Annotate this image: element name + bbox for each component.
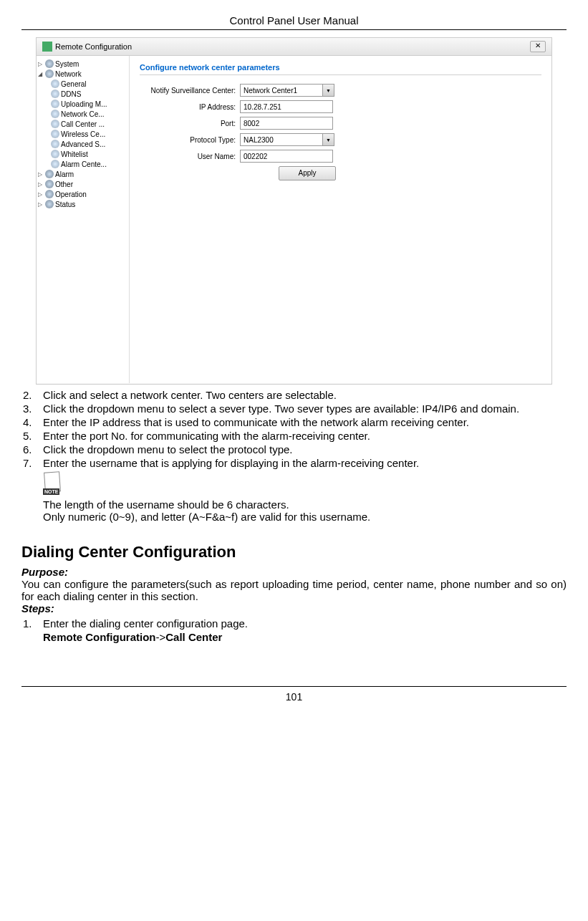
tree-label: Network: [55, 70, 82, 78]
tree-child-whitelist[interactable]: Whitelist: [51, 149, 127, 159]
close-button[interactable]: ✕: [530, 41, 546, 52]
tree-child-callcenter[interactable]: Call Center ...: [51, 119, 127, 129]
globe-icon: [45, 69, 54, 78]
tree-label: Other: [55, 180, 73, 188]
port-input[interactable]: [240, 117, 333, 130]
tree-node-status[interactable]: ▷ Status: [38, 199, 127, 209]
globe-icon: [45, 200, 54, 208]
tree-arrow-icon: ▷: [38, 61, 44, 67]
form-row-ip: IP Address:: [140, 100, 541, 113]
globe-icon: [45, 180, 54, 188]
tree-label: Alarm: [55, 170, 74, 178]
note-icon: NOTE: [43, 472, 69, 495]
app-window: Remote Configuration ✕ ▷ System ◢ Networ…: [36, 37, 552, 385]
nav-separator: ->: [156, 631, 166, 643]
step-number: 4.: [21, 416, 43, 428]
tree-node-alarm[interactable]: ▷ Alarm: [38, 169, 127, 179]
node-icon: [51, 120, 59, 128]
globe-icon: [45, 190, 54, 198]
tree-arrow-icon: ▷: [38, 191, 44, 198]
tree-node-other[interactable]: ▷ Other: [38, 179, 127, 189]
section2-step-1: 1. Enter the dialing center configuratio…: [21, 617, 567, 630]
tree-child-label: General: [61, 80, 87, 88]
globe-icon: [45, 59, 54, 68]
tree-child-advanced[interactable]: Advanced S...: [51, 139, 127, 149]
nav-target: Call Center: [165, 631, 222, 643]
node-icon: [51, 150, 59, 158]
chevron-down-icon: ▼: [322, 134, 334, 145]
step-number: 5.: [21, 430, 43, 442]
tree-node-operation[interactable]: ▷ Operation: [38, 189, 127, 199]
step-text: Click the dropdown menu to select a seve…: [43, 402, 567, 415]
section-heading: Dialing Center Configuration: [21, 543, 567, 561]
ip-input[interactable]: [240, 100, 333, 113]
tree-node-system[interactable]: ▷ System: [38, 59, 127, 69]
page-number: 101: [21, 686, 567, 703]
window-titlebar: Remote Configuration ✕: [37, 38, 551, 56]
apply-button[interactable]: Apply: [279, 166, 336, 180]
step-number: 1.: [21, 617, 43, 630]
tree-label: Status: [55, 201, 75, 208]
tree-node-network[interactable]: ◢ Network: [38, 69, 127, 79]
purpose-label: Purpose:: [21, 566, 567, 578]
tree-arrow-icon: ◢: [38, 71, 44, 77]
protocol-select[interactable]: NAL2300 ▼: [240, 133, 334, 146]
content-panel: Configure network center parameters Noti…: [130, 56, 551, 383]
node-icon: [51, 160, 59, 168]
form-row-user: User Name:: [140, 150, 541, 163]
step-7: 7. Enter the username that is applying f…: [21, 457, 567, 469]
tree-child-ddns[interactable]: DDNS: [51, 89, 127, 99]
user-input[interactable]: [240, 150, 333, 163]
step-number: 6.: [21, 443, 43, 455]
protocol-label: Protocol Type:: [140, 136, 240, 144]
tree-label: System: [55, 60, 79, 68]
node-icon: [51, 110, 59, 118]
tree-child-label: Alarm Cente...: [61, 160, 107, 168]
node-icon: [51, 100, 59, 108]
steps-list: 2. Click and select a network center. Tw…: [21, 389, 567, 469]
ip-label: IP Address:: [140, 103, 240, 111]
steps-list-2: 1. Enter the dialing center configuratio…: [21, 617, 567, 643]
tree-child-networkcenter[interactable]: Network Ce...: [51, 109, 127, 119]
notify-label: Notify Surveillance Center:: [140, 87, 240, 95]
user-label: User Name:: [140, 153, 240, 160]
note-line-1: The length of the username should be 6 c…: [43, 498, 567, 511]
window-body: ▷ System ◢ Network General DDNS Uploadin…: [37, 56, 551, 383]
note-badge: NOTE: [43, 488, 59, 495]
form-row-notify: Notify Surveillance Center: Network Cent…: [140, 84, 541, 97]
form-row-protocol: Protocol Type: NAL2300 ▼: [140, 133, 541, 146]
nav-path: Remote Configuration->Call Center: [43, 631, 567, 643]
steps-label: Steps:: [21, 602, 567, 614]
tree-arrow-icon: ▷: [38, 171, 44, 178]
titlebar-left: Remote Configuration: [42, 42, 132, 52]
node-icon: [51, 79, 59, 88]
page-header: Control Panel User Manual: [21, 14, 567, 30]
step-text: Enter the IP address that is used to com…: [43, 416, 567, 428]
tree-arrow-icon: ▷: [38, 181, 44, 188]
tree-child-uploading[interactable]: Uploading M...: [51, 99, 127, 109]
window-title: Remote Configuration: [55, 42, 132, 51]
step-number: 3.: [21, 402, 43, 415]
section2-nav-path: Remote Configuration->Call Center: [21, 631, 567, 643]
tree-child-wireless[interactable]: Wireless Ce...: [51, 129, 127, 139]
step-3: 3. Click the dropdown menu to select a s…: [21, 402, 567, 415]
step-text: Enter the port No. for communicating wit…: [43, 430, 567, 442]
note-line-2: Only numeric (0~9), and letter (A~F&a~f)…: [43, 511, 567, 523]
tree-child-label: Network Ce...: [61, 110, 105, 118]
step-2: 2. Click and select a network center. Tw…: [21, 389, 567, 401]
step-number: 7.: [21, 457, 43, 469]
node-icon: [51, 140, 59, 148]
tree-child-label: Wireless Ce...: [61, 130, 105, 138]
tree-child-alarmcenter[interactable]: Alarm Cente...: [51, 159, 127, 169]
tree-child-label: Advanced S...: [61, 140, 105, 148]
notify-select[interactable]: Network Center1 ▼: [240, 84, 334, 97]
tree-label: Operation: [55, 191, 87, 198]
tree-child-general[interactable]: General: [51, 79, 127, 89]
form-row-port: Port:: [140, 117, 541, 130]
tree-child-label: Whitelist: [61, 150, 88, 158]
step-text: Enter the dialing center configuration p…: [43, 617, 567, 630]
step-number-spacer: [21, 631, 43, 643]
tree-arrow-icon: ▷: [38, 201, 44, 208]
step-text: Enter the username that is applying for …: [43, 457, 567, 469]
node-icon: [51, 90, 59, 98]
